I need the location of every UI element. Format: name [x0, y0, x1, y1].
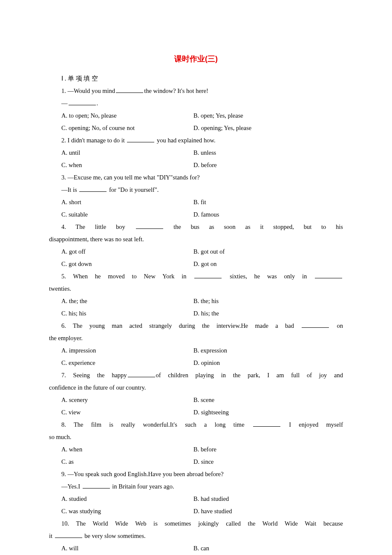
q6-option-c: C. experience [61, 357, 193, 369]
q7-text-a: 7. Seeing the happy [61, 372, 127, 379]
q3-option-b: B. fit [193, 196, 206, 208]
q5-options-row2: C. his; his D. his; the [49, 307, 343, 320]
q3-stem-line1: 3. —Excuse me, can you tell me what "DIY… [49, 171, 343, 184]
q5-stem-line1: 5. When he moved to New York in sixties,… [49, 270, 343, 283]
q10-cont-b: be very slow sometimes. [83, 532, 146, 539]
q1-text-a: 1. —Would you mind [61, 87, 115, 94]
q5-option-d: D. his; the [193, 307, 219, 320]
q6-stem-line2: the employer. [49, 332, 343, 344]
q2-option-b: B. unless [193, 147, 216, 159]
q1-options-row1: A. to open; No, please B. open; Yes, ple… [49, 110, 343, 122]
q3-text-2a: —It is [61, 186, 78, 193]
q3-option-a: A. short [61, 196, 193, 208]
q2-option-a: A. until [61, 147, 193, 159]
q9-option-d: D. have studied [193, 505, 232, 517]
q5-options-row1: A. the; the B. the; his [49, 295, 343, 307]
q3-options-row1: A. short B. fit [49, 196, 343, 208]
q10-options-row1: A. will B. can [49, 542, 343, 555]
q2-text-b: you had explained how. [155, 137, 215, 144]
blank [127, 136, 154, 142]
q1-option-a: A. to open; No, please [61, 110, 193, 122]
blank [253, 421, 280, 427]
q1-options-row2: C. opening; No, of course not D. opening… [49, 122, 343, 134]
q4-option-a: A. got off [61, 246, 193, 258]
q2-stem: 2. I didn't manage to do it you had expl… [49, 134, 343, 147]
q1-stem-line2: —. [49, 97, 343, 110]
q8-option-b: B. before [193, 443, 216, 456]
blank [136, 223, 163, 229]
q7-stem-line1: 7. Seeing the happyof children playing i… [49, 369, 343, 382]
q8-text-b: I enjoyed myself [281, 421, 343, 428]
q6-text-a: 6. The young man acted strangely during … [61, 322, 301, 329]
q6-options-row2: C. experience D. opinion [49, 357, 343, 369]
q4-text-b: the bus as soon as it stopped, but to hi… [164, 223, 343, 230]
q9-text-2b: in Britain four years ago. [111, 483, 174, 490]
blank [79, 186, 107, 192]
q3-text-2b: for "Do it yourself". [107, 186, 159, 193]
q1-text-2b: . [97, 100, 98, 107]
q1-text-2a: — [61, 100, 68, 107]
q6-option-b: B. expression [193, 344, 227, 357]
q3-stem-line2: —It is for "Do it yourself". [49, 184, 343, 196]
q7-stem-line2: confidence in the future of our country. [49, 382, 343, 394]
page-title: 课时作业(三) [49, 51, 343, 66]
q4-text-a: 4. The little boy [61, 223, 135, 230]
q10-option-a: A. will [61, 542, 193, 555]
q1-text-b: the window? It's hot here! [144, 87, 208, 94]
q4-options-row2: C. got down D. got on [49, 258, 343, 270]
q8-options-row1: A. when B. before [49, 443, 343, 456]
q9-stem-line1: 9. —You speak such good English.Have you… [49, 468, 343, 480]
q6-option-d: D. opinion [193, 357, 220, 369]
q9-text-2a: —Yes.I [61, 483, 82, 490]
blank [83, 483, 110, 489]
q5-option-c: C. his; his [61, 307, 193, 320]
q3-options-row2: C. suitable D. famous [49, 208, 343, 221]
q4-options-row1: A. got off B. got out of [49, 246, 343, 258]
q8-stem-line1: 8. The film is really wonderful.It's suc… [49, 419, 343, 431]
blank [69, 99, 96, 105]
q5-text-b: sixties, he was only in [222, 273, 314, 280]
q1-option-c: C. opening; No, of course not [61, 122, 193, 134]
q10-stem-line1: 10. The World Wide Web is sometimes joki… [49, 517, 343, 530]
q10-cont-a: it [49, 532, 54, 539]
q8-options-row2: C. as D. since [49, 456, 343, 468]
q8-option-a: A. when [61, 443, 193, 456]
q5-text-a: 5. When he moved to New York in [61, 273, 193, 280]
q6-options-row1: A. impression B. expression [49, 344, 343, 357]
q2-option-d: D. before [193, 159, 217, 171]
q9-option-a: A. studied [61, 493, 193, 505]
q10-stem-line2: it be very slow sometimes. [49, 530, 343, 542]
q7-option-d: D. sightseeing [193, 406, 229, 419]
q7-options-row2: C. view D. sightseeing [49, 406, 343, 419]
q4-option-d: D. got on [193, 258, 216, 270]
q5-option-a: A. the; the [61, 295, 193, 307]
blank [128, 371, 155, 377]
q8-option-c: C. as [61, 456, 193, 468]
q9-options-row2: C. was studying D. have studied [49, 505, 343, 517]
q7-option-a: A. scenery [61, 394, 193, 406]
q9-stem-line2: —Yes.I in Britain four years ago. [49, 480, 343, 493]
q2-option-c: C. when [61, 159, 193, 171]
q9-options-row1: A. studied B. had studied [49, 493, 343, 505]
blank [55, 532, 82, 538]
q2-options-row2: C. when D. before [49, 159, 343, 171]
q8-stem-line2: so much. [49, 431, 343, 443]
q2-options-row1: A. until B. unless [49, 147, 343, 159]
q8-text-a: 8. The film is really wonderful.It's suc… [61, 421, 252, 428]
q6-text-b: on [330, 322, 343, 329]
blank [116, 87, 143, 93]
q1-option-b: B. open; Yes, please [193, 110, 243, 122]
q4-stem-line2: disappointment, there was no seat left. [49, 233, 343, 246]
q5-stem-line2: twenties. [49, 283, 343, 295]
q7-options-row1: A. scenery B. scene [49, 394, 343, 406]
section-heading: Ⅰ.单项填空 [49, 72, 343, 85]
q8-option-d: D. since [193, 456, 214, 468]
q2-text-a: 2. I didn't manage to do it [61, 137, 126, 144]
q7-option-c: C. view [61, 406, 193, 419]
blank [315, 272, 342, 278]
blank [194, 272, 222, 278]
blank [302, 322, 329, 328]
q6-option-a: A. impression [61, 344, 193, 357]
q3-option-d: D. famous [193, 208, 219, 221]
q4-stem-line1: 4. The little boy the bus as soon as it … [49, 221, 343, 233]
